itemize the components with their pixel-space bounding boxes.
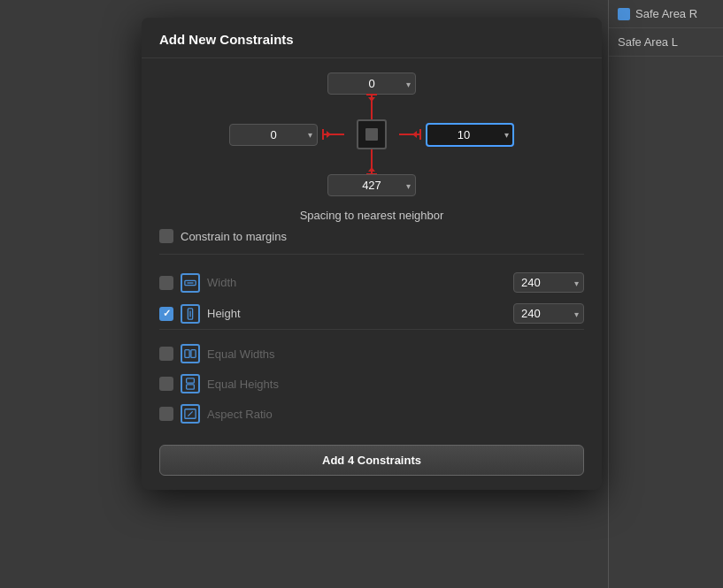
height-value-select[interactable]: 240	[513, 303, 584, 324]
sidebar-item-safe-area-l[interactable]: Safe Area L	[609, 28, 723, 57]
modal-body: 0 0	[142, 58, 602, 490]
top-arrow-line	[371, 95, 373, 119]
aspect-ratio-item: Aspect Ratio	[159, 399, 584, 429]
width-checkbox[interactable]	[159, 276, 173, 290]
top-constraint-container: 0	[327, 73, 416, 95]
svg-line-9	[188, 411, 192, 416]
equal-widths-icon	[181, 344, 200, 363]
aspect-ratio-icon	[181, 404, 200, 424]
width-label: Width	[207, 276, 506, 289]
sidebar-label-r: Safe Area R	[635, 7, 697, 20]
equal-heights-label: Equal Heights	[207, 378, 584, 391]
bottom-arrow-line	[371, 149, 373, 174]
equal-widths-checkbox[interactable]	[159, 347, 173, 361]
svg-rect-4	[185, 350, 189, 358]
bottom-select[interactable]: 427	[327, 174, 416, 196]
height-item: Height 240	[159, 298, 584, 329]
width-value-wrapper: 240	[513, 272, 584, 293]
equal-heights-item: Equal Heights	[159, 369, 584, 399]
sidebar-label-l: Safe Area L	[618, 35, 678, 49]
bottom-constraint-container: 427	[327, 174, 416, 196]
right-arrow-line	[399, 134, 420, 135]
right-sidebar: Safe Area R Safe Area L	[608, 0, 723, 588]
left-select-wrapper: 0	[229, 124, 318, 146]
spacing-label: Spacing to nearest neighbor	[159, 209, 584, 222]
extra-constraint-items: Equal Widths Equal Heights	[159, 339, 584, 429]
sidebar-checkbox-r[interactable]	[618, 8, 630, 20]
svg-rect-6	[187, 378, 195, 383]
constrain-margins-row: Constrain to margins	[159, 229, 584, 255]
center-box-inner	[365, 128, 378, 141]
height-checkbox[interactable]	[159, 307, 173, 321]
equal-widths-item: Equal Widths	[159, 339, 584, 369]
left-select[interactable]: 0	[229, 124, 318, 146]
height-label: Height	[207, 307, 506, 320]
modal-title: Add New Constraints	[142, 18, 602, 58]
add-constraints-modal: Add New Constraints 0 0	[142, 18, 602, 490]
width-icon	[181, 273, 200, 293]
aspect-ratio-checkbox[interactable]	[159, 407, 173, 421]
svg-rect-7	[187, 385, 195, 389]
height-value-wrapper: 240	[513, 303, 584, 324]
constrain-margins-checkbox[interactable]	[159, 229, 173, 243]
width-value-select[interactable]: 240	[513, 272, 584, 293]
svg-rect-5	[191, 350, 196, 358]
equal-heights-icon	[181, 374, 200, 393]
constrain-margins-label: Constrain to margins	[181, 230, 287, 243]
dimension-constraint-items: Width 240 Height	[159, 267, 584, 330]
right-select[interactable]: 10	[426, 123, 514, 147]
width-item: Width 240	[159, 267, 584, 298]
aspect-ratio-label: Aspect Ratio	[207, 408, 584, 421]
top-select-wrapper: 0	[327, 73, 416, 95]
left-arrow-line	[323, 134, 344, 135]
equal-widths-label: Equal Widths	[207, 347, 584, 361]
constraints-grid: 0 0	[159, 73, 584, 196]
middle-constraint-row: 0 10	[229, 119, 514, 149]
center-box	[357, 119, 387, 149]
add-constraints-button[interactable]: Add 4 Constraints	[159, 445, 584, 476]
top-select[interactable]: 0	[327, 73, 416, 95]
height-icon	[181, 304, 200, 324]
equal-heights-checkbox[interactable]	[159, 377, 173, 391]
right-select-wrapper: 10	[426, 123, 514, 147]
sidebar-item-safe-area-r[interactable]: Safe Area R	[609, 0, 723, 28]
bottom-select-wrapper: 427	[327, 174, 416, 196]
